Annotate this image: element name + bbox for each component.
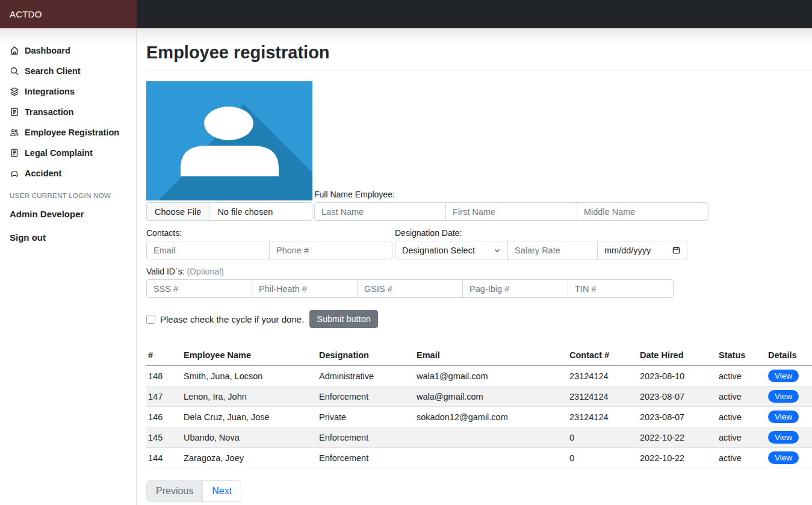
philhealth-input[interactable]	[252, 279, 358, 298]
chevron-down-icon	[494, 247, 501, 254]
cell-contact: 0	[565, 427, 635, 448]
phone-input[interactable]	[269, 241, 392, 259]
pagination: Previous Next	[146, 480, 241, 502]
cell-email: wala@gmail.com	[412, 386, 565, 407]
header-designation: Designation	[314, 346, 412, 366]
cell-status: active	[714, 427, 763, 448]
done-checkbox[interactable]	[146, 315, 155, 324]
calendar-icon	[672, 246, 680, 254]
valid-ids-label: Valid ID`s: (Optional)	[146, 267, 812, 276]
previous-page-button[interactable]: Previous	[146, 480, 203, 502]
cell-email	[412, 448, 565, 468]
main-content: Employee registration Choose File No fil…	[137, 28, 812, 505]
sidebar-item-label: Accident	[25, 169, 61, 178]
cell-name: Dela Cruz, Juan, Jose	[179, 407, 314, 427]
sidebar-item-employee-registration[interactable]: Employee Registration	[0, 122, 136, 143]
table-header-row: # Employee Name Designation Email Contac…	[146, 346, 812, 366]
table-row: 148Smith, Juna, LocsonAdministrativewala…	[146, 366, 812, 386]
email-input[interactable]	[146, 241, 270, 259]
header-date-hired: Date Hired	[635, 346, 714, 366]
full-name-label: Full Name Employee:	[314, 190, 708, 199]
header-status: Status	[714, 346, 763, 366]
cell-contact: 23124124	[565, 386, 635, 407]
header-email: Email	[412, 346, 565, 366]
cell-designation: Private	[314, 407, 412, 427]
employee-photo-placeholder	[146, 81, 312, 200]
cell-designation: Enforcement	[314, 448, 412, 468]
cell-details: View	[763, 407, 812, 427]
sidebar-item-label: Transaction	[25, 107, 73, 117]
view-button[interactable]: View	[768, 390, 799, 403]
cell-email: sokadon12@gamil.com	[412, 407, 565, 427]
view-button[interactable]: View	[768, 370, 799, 382]
sidebar-item-legal-complaint[interactable]: Legal Complaint	[0, 143, 136, 163]
gsis-input[interactable]	[357, 279, 463, 298]
first-name-input[interactable]	[445, 202, 577, 221]
cell-name: Lenon, Ira, John	[179, 386, 314, 407]
cell-date_hired: 2022-10-22	[635, 448, 714, 468]
cell-id: 148	[146, 366, 179, 386]
sign-out-link[interactable]: Sign out	[10, 232, 126, 243]
people-icon	[10, 128, 19, 137]
cell-email: wala1@gmail.com	[412, 366, 565, 386]
tin-input[interactable]	[568, 279, 674, 298]
header-details: Details	[763, 346, 812, 366]
sidebar-item-search-client[interactable]: Search Client	[0, 61, 136, 81]
table-row: 146Dela Cruz, Juan, JosePrivatesokadon12…	[146, 407, 812, 427]
sss-input[interactable]	[146, 279, 252, 298]
cell-id: 145	[146, 427, 179, 448]
cell-contact: 0	[565, 448, 635, 468]
cell-designation: Enforcement	[314, 427, 412, 448]
cell-id: 146	[146, 407, 179, 427]
view-button[interactable]: View	[768, 431, 799, 444]
optional-hint: (Optional)	[187, 267, 223, 276]
photo-file-input[interactable]: Choose File No file chosen	[146, 202, 312, 221]
sidebar-item-accident[interactable]: Accident	[0, 163, 136, 184]
top-bar: ACTDO	[0, 0, 812, 28]
current-user-name: Admin Developer	[10, 209, 126, 219]
cell-email	[412, 427, 565, 448]
cell-id: 147	[146, 386, 179, 407]
contacts-label: Contacts:	[146, 228, 392, 238]
designation-select[interactable]: Designation Select	[395, 241, 508, 259]
view-button[interactable]: View	[768, 451, 799, 464]
sidebar-item-integrations[interactable]: Integrations	[0, 81, 136, 102]
cell-id: 144	[146, 448, 179, 468]
cell-date_hired: 2023-08-10	[635, 366, 714, 386]
cell-name: Ubando, Nova	[179, 427, 314, 448]
cell-designation: Administrative	[314, 366, 412, 386]
done-checkbox-label: Please check the cycle if your done.	[160, 314, 304, 324]
sidebar-item-label: Employee Registration	[25, 128, 119, 137]
designation-date-label: Designation Date:	[395, 228, 687, 238]
cell-name: Zaragoza, Joey	[179, 448, 314, 468]
employee-table: # Employee Name Designation Email Contac…	[146, 346, 812, 468]
journal-icon	[10, 148, 19, 158]
view-button[interactable]: View	[768, 411, 799, 423]
salary-rate-input[interactable]	[507, 241, 598, 259]
pagibig-input[interactable]	[462, 279, 568, 298]
submit-button[interactable]: Submit button	[309, 310, 377, 328]
last-name-input[interactable]	[314, 202, 446, 221]
page-title: Employee registration	[146, 43, 812, 63]
choose-file-button[interactable]: Choose File	[147, 203, 209, 220]
cell-date_hired: 2022-10-22	[635, 427, 714, 448]
sidebar-item-transaction[interactable]: Transaction	[0, 102, 136, 122]
search-icon	[10, 66, 19, 76]
cell-details: View	[763, 448, 812, 468]
cell-status: active	[714, 448, 763, 468]
header-employee-name: Employee Name	[179, 346, 314, 366]
next-page-button[interactable]: Next	[202, 480, 241, 502]
car-icon	[10, 169, 19, 178]
top-nav-bar	[137, 0, 812, 28]
app-brand: ACTDO	[0, 0, 137, 28]
cell-status: active	[714, 386, 763, 407]
sidebar: Dashboard Search Client Integrations Tra…	[0, 28, 137, 505]
file-status-text: No file chosen	[209, 207, 280, 217]
cell-designation: Enforcement	[314, 386, 412, 407]
sidebar-item-dashboard[interactable]: Dashboard	[0, 40, 136, 61]
cell-status: active	[714, 366, 763, 386]
middle-name-input[interactable]	[577, 202, 708, 221]
cell-details: View	[763, 386, 812, 407]
designation-date-input[interactable]: mm/dd/yyyy	[597, 241, 687, 259]
header-id: #	[146, 346, 179, 366]
